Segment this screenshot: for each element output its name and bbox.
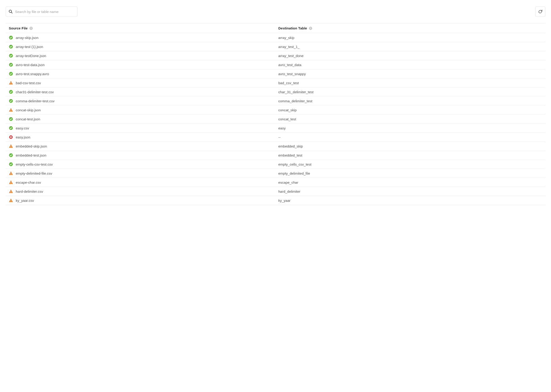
table-row[interactable]: concat-skip.jsonconcat_skip: [6, 105, 545, 115]
destination-cell: concat_test: [275, 115, 545, 123]
source-file-name: easy.csv: [16, 126, 29, 130]
svg-point-13: [9, 117, 13, 121]
destination-cell: embedded_skip: [275, 142, 545, 151]
table-row[interactable]: bad-csv-test.csvbad_csv_test: [6, 78, 545, 87]
destination-cell: array_test_done: [275, 51, 545, 60]
table-row[interactable]: hard-delimiter.csvhard_delimiter: [6, 187, 545, 196]
table-row[interactable]: array-test (1).jsonarray_test_1_: [6, 42, 545, 51]
source-cell: avro-test.snappy.avro: [6, 69, 275, 78]
success-status-icon: [9, 35, 13, 40]
destination-table-name: avro_test_data: [278, 63, 301, 67]
svg-rect-23: [11, 191, 11, 192]
destination-cell: avro_test_data: [275, 60, 545, 69]
success-status-icon: [9, 153, 13, 157]
column-header-source-label: Source File: [9, 26, 28, 30]
source-cell: embedded-skip.json: [6, 142, 275, 151]
warning-status-icon: [9, 144, 13, 148]
source-cell: empty-cells-csv-test.csv: [6, 160, 275, 169]
source-cell: embedded-test.json: [6, 151, 275, 160]
success-status-icon: [9, 126, 13, 130]
destination-cell: array_skip: [275, 33, 545, 42]
destination-cell: comma_delimiter_test: [275, 97, 545, 105]
destination-table-name: array_skip: [278, 36, 294, 40]
svg-point-12: [11, 111, 11, 111]
destination-cell: escape_char: [275, 178, 545, 187]
table-row[interactable]: easy.csveasy: [6, 124, 545, 133]
success-status-icon: [9, 72, 13, 76]
source-file-name: concat-test.json: [16, 117, 40, 121]
warning-status-icon: [9, 171, 13, 175]
warning-status-icon: [9, 180, 13, 184]
svg-point-24: [11, 192, 11, 193]
table-row[interactable]: concat-test.jsonconcat_test: [6, 115, 545, 124]
destination-cell: --: [275, 133, 545, 141]
column-header-destination[interactable]: Destination Table i: [275, 23, 545, 33]
svg-rect-15: [11, 146, 11, 147]
source-file-name: ky_yaar.csv: [16, 199, 34, 203]
search-field[interactable]: [6, 7, 78, 17]
source-file-name: char31-delimiter-test.csv: [16, 90, 54, 94]
table-row[interactable]: embedded-test.jsonembedded_test: [6, 151, 545, 160]
destination-table-name: empty_delimited_file: [278, 171, 310, 175]
warning-status-icon: [9, 189, 13, 193]
source-cell: easy.json: [6, 133, 275, 141]
search-input[interactable]: [15, 10, 74, 14]
source-cell: concat-test.json: [6, 115, 275, 123]
svg-point-10: [9, 99, 13, 103]
table-row[interactable]: array-testDone.jsonarray_test_done: [6, 51, 545, 60]
source-cell: char31-delimiter-test.csv: [6, 87, 275, 96]
source-file-name: concat-skip.json: [16, 108, 41, 112]
destination-cell: easy: [275, 124, 545, 133]
source-file-name: avro-test-data.json: [16, 63, 44, 67]
svg-point-9: [9, 90, 13, 94]
warning-status-icon: [9, 81, 13, 85]
table-row[interactable]: char31-delimiter-test.csvchar_31_delimit…: [6, 87, 545, 97]
svg-point-5: [9, 63, 13, 67]
destination-table-name: avro_test_snappy: [278, 72, 306, 76]
success-status-icon: [9, 162, 13, 166]
svg-point-14: [9, 126, 13, 130]
destination-cell: avro_test_snappy: [275, 69, 545, 78]
table-row[interactable]: embedded-skip.jsonembedded_skip: [6, 142, 545, 151]
source-file-name: embedded-skip.json: [16, 144, 47, 148]
destination-table-name: concat_test: [278, 117, 296, 121]
source-file-name: empty-delimited-file.csv: [16, 171, 52, 175]
source-cell: empty-delimited-file.csv: [6, 169, 275, 178]
table-row[interactable]: ky_yaar.csvky_yaar: [6, 196, 545, 205]
source-file-name: avro-test.snappy.avro: [16, 72, 49, 76]
svg-point-20: [11, 174, 11, 175]
table-row[interactable]: escape-char.csvescape_char: [6, 178, 545, 187]
table-row[interactable]: empty-delimited-file.csvempty_delimited_…: [6, 169, 545, 178]
table-row[interactable]: avro-test.snappy.avroavro_test_snappy: [6, 69, 545, 78]
destination-table-name: hard_delimiter: [278, 189, 300, 193]
table-row[interactable]: comma-delimiter-test.csvcomma_delimiter_…: [6, 97, 545, 105]
table-row[interactable]: avro-test-data.jsonavro_test_data: [6, 60, 545, 69]
column-header-source[interactable]: Source File i: [6, 23, 275, 33]
table-row[interactable]: empty-cells-csv-test.csvempty_cells_csv_…: [6, 160, 545, 169]
toolbar: [6, 7, 545, 17]
source-file-name: escape-char.csv: [16, 181, 41, 184]
info-icon[interactable]: i: [29, 27, 33, 30]
source-cell: array-skip.json: [6, 33, 275, 42]
source-cell: ky_yaar.csv: [6, 196, 275, 205]
table-header: Source File i Destination Table i: [6, 23, 545, 33]
source-cell: bad-csv-test.csv: [6, 78, 275, 87]
destination-cell: embedded_test: [275, 151, 545, 160]
table-row[interactable]: array-skip.jsonarray_skip: [6, 33, 545, 42]
error-status-icon: [9, 135, 13, 139]
svg-point-22: [11, 183, 11, 184]
refresh-button[interactable]: [535, 7, 545, 17]
source-cell: avro-test-data.json: [6, 60, 275, 69]
svg-point-17: [9, 153, 13, 157]
svg-point-3: [9, 45, 13, 49]
destination-table-name: ky_yaar: [278, 199, 291, 203]
success-status-icon: [9, 54, 13, 58]
destination-table-name: --: [278, 135, 281, 139]
info-icon[interactable]: i: [309, 27, 312, 30]
destination-table-name: comma_delimiter_test: [278, 99, 312, 103]
table-row[interactable]: easy.json--: [6, 133, 545, 142]
destination-table-name: escape_char: [278, 181, 298, 184]
source-file-name: bad-csv-test.csv: [16, 81, 41, 85]
svg-point-26: [11, 201, 11, 202]
source-file-name: easy.json: [16, 135, 30, 139]
